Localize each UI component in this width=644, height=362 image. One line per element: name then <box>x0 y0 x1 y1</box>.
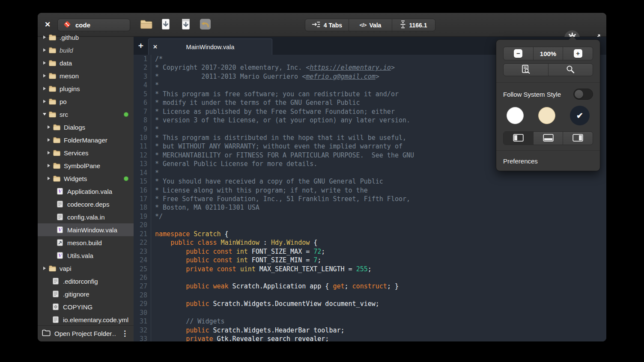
code-line[interactable]: 26 <box>134 273 606 282</box>
zoom-out-button[interactable]: − <box>504 47 533 60</box>
layout-sidebar-right-button[interactable] <box>563 132 593 145</box>
line-content: /* <box>151 55 163 63</box>
follow-system-style-toggle[interactable] <box>573 89 593 100</box>
open-project-folder-button[interactable]: Open Project Folder… ⋮ <box>38 325 134 341</box>
tree-item-codecore-deps[interactable]: codecore.deps <box>38 198 134 211</box>
tree-item-mainwindow-vala[interactable]: VMainWindow.vala <box>38 223 134 236</box>
line-number: 12 <box>134 151 151 160</box>
tree-item-copying[interactable]: COPYING <box>38 300 134 313</box>
text-icon <box>51 278 60 285</box>
line-position-button[interactable]: 1166.1 <box>392 19 435 31</box>
code-line[interactable]: 20 <box>134 221 606 229</box>
style-sepia-button[interactable] <box>538 107 555 124</box>
chevron-right-icon[interactable] <box>41 87 48 90</box>
layout-panel-bottom-button[interactable] <box>533 132 563 145</box>
code-line[interactable]: 24 public const int FONT_SIZE_MIN = 7; <box>134 256 606 264</box>
folder-icon <box>52 124 61 131</box>
tree-item-application-vala[interactable]: VApplication.vala <box>38 185 134 198</box>
tree-item--gitignore[interactable]: .gitignore <box>38 288 134 300</box>
chevron-right-icon[interactable] <box>41 61 48 65</box>
tree-item-symbolpane[interactable]: SymbolPane <box>38 159 134 172</box>
new-tab-button[interactable]: + <box>134 38 148 54</box>
tabs-count-label: 4 Tabs <box>324 22 342 29</box>
chevron-right-icon[interactable] <box>45 177 52 180</box>
code-line[interactable]: 28 <box>134 291 606 300</box>
code-line[interactable]: 21namespace Scratch { <box>134 230 606 238</box>
style-light-button[interactable] <box>507 107 524 124</box>
chevron-right-icon[interactable] <box>41 48 48 52</box>
zoom-level[interactable]: 100% <box>533 47 563 60</box>
code-line[interactable]: 25 private const uint MAX_SEARCH_TEXT_LE… <box>134 265 606 273</box>
tree-item-plugins[interactable]: plugins <box>38 82 134 95</box>
tree-item--github[interactable]: .github <box>38 31 134 44</box>
line-content: namespace Scratch { <box>151 230 229 238</box>
project-sidebar: .githubbuilddatamesonpluginsposrcDialogs… <box>38 37 134 341</box>
code-line[interactable]: 16* License along with this program; if … <box>134 186 606 195</box>
line-content: * This program is distributed in the hop… <box>151 134 406 142</box>
tree-item-data[interactable]: data <box>38 56 134 69</box>
save-button[interactable] <box>159 19 172 31</box>
save-as-button[interactable] <box>179 19 192 31</box>
tree-item--editorconfig[interactable]: .editorconfig <box>38 275 134 288</box>
code-line[interactable]: 31 // Widgets <box>134 317 606 326</box>
code-line[interactable]: 33 private Gtk.Revealer search_revealer; <box>134 335 606 341</box>
chevron-down-icon[interactable] <box>41 113 48 116</box>
line-content: * MERCHANTABILITY or FITNESS FOR A PARTI… <box>151 151 414 160</box>
tree-item-meson-build[interactable]: meson.build <box>38 236 134 249</box>
code-line[interactable]: 32 public Scratch.Widgets.HeaderBar tool… <box>134 326 606 335</box>
tab-close-icon[interactable]: ✕ <box>153 44 161 50</box>
find-in-project-button[interactable] <box>504 64 548 76</box>
line-content: * Copyright 2017-2020 elementary, Inc. <… <box>151 63 395 72</box>
chevron-right-icon[interactable] <box>41 267 48 270</box>
tree-item-label: MainWindow.vala <box>67 226 117 234</box>
tree-item-po[interactable]: po <box>38 95 134 108</box>
language-button[interactable]: </> Vala <box>349 19 392 31</box>
chevron-right-icon[interactable] <box>45 138 52 142</box>
code-line[interactable]: 18* Boston, MA 02110-1301 USA <box>134 203 606 212</box>
find-button[interactable] <box>548 64 593 76</box>
tabs-icon <box>312 21 321 30</box>
tree-item-utils-vala[interactable]: VUtils.vala <box>38 249 134 262</box>
toggle-knob <box>575 90 583 98</box>
zoom-in-button[interactable]: + <box>563 47 593 60</box>
tree-item-meson[interactable]: meson <box>38 69 134 82</box>
chevron-right-icon[interactable] <box>41 36 48 39</box>
window-close-button[interactable]: ✕ <box>43 20 52 30</box>
tree-item-io-elementary-code-yml[interactable]: io.elementary.code.yml <box>38 313 134 325</box>
tabs-overview-button[interactable]: 4 Tabs <box>305 19 349 31</box>
preferences-menu-item[interactable]: Preferences <box>496 154 600 167</box>
tree-item-config-vala-in[interactable]: config.vala.in <box>38 211 134 223</box>
code-line[interactable]: 22 public class MainWindow : Hdy.Window … <box>134 238 606 247</box>
tree-item-services[interactable]: Services <box>38 146 134 159</box>
code-line[interactable]: 15* You should have received a copy of t… <box>134 177 606 186</box>
tab-mainwindow-vala[interactable]: ✕ MainWindow.vala <box>148 39 272 55</box>
sidebar-menu-button[interactable]: ⋮ <box>120 330 129 337</box>
tree-item-label: codecore.deps <box>67 201 109 208</box>
code-line[interactable]: 23 public const int FONT_SIZE_MAX = 72; <box>134 247 606 256</box>
chevron-right-icon[interactable] <box>41 100 48 103</box>
git-icon <box>63 20 72 30</box>
tree-item-build[interactable]: build <box>38 44 134 56</box>
tree-item-foldermanager[interactable]: FolderManager <box>38 134 134 146</box>
code-line[interactable]: 17* Free Software Foundation, Inc., 51 F… <box>134 195 606 203</box>
tree-item-vapi[interactable]: vapi <box>38 262 134 275</box>
code-line[interactable]: 29 public Scratch.Widgets.DocumentView d… <box>134 300 606 308</box>
tree-item-src[interactable]: src <box>38 108 134 121</box>
open-file-button[interactable] <box>140 19 152 31</box>
chevron-right-icon[interactable] <box>45 164 52 167</box>
style-dark-button[interactable]: ✔ <box>570 106 590 125</box>
chevron-right-icon[interactable] <box>41 74 48 77</box>
chevron-right-icon[interactable] <box>45 125 52 129</box>
line-content <box>151 221 155 229</box>
chevron-right-icon[interactable] <box>45 151 52 154</box>
undo-button[interactable] <box>199 19 212 31</box>
code-line[interactable]: 19*/ <box>134 212 606 221</box>
tree-item-label: src <box>60 111 68 118</box>
project-button[interactable]: code <box>57 19 130 31</box>
code-line[interactable]: 27 public weak Scratch.Application app {… <box>134 282 606 291</box>
code-line[interactable]: 30 <box>134 309 606 317</box>
layout-sidebar-left-button[interactable] <box>504 132 533 145</box>
tree-item-dialogs[interactable]: Dialogs <box>38 121 134 134</box>
tree-item-widgets[interactable]: Widgets <box>38 172 134 185</box>
line-number: 21 <box>134 230 151 238</box>
